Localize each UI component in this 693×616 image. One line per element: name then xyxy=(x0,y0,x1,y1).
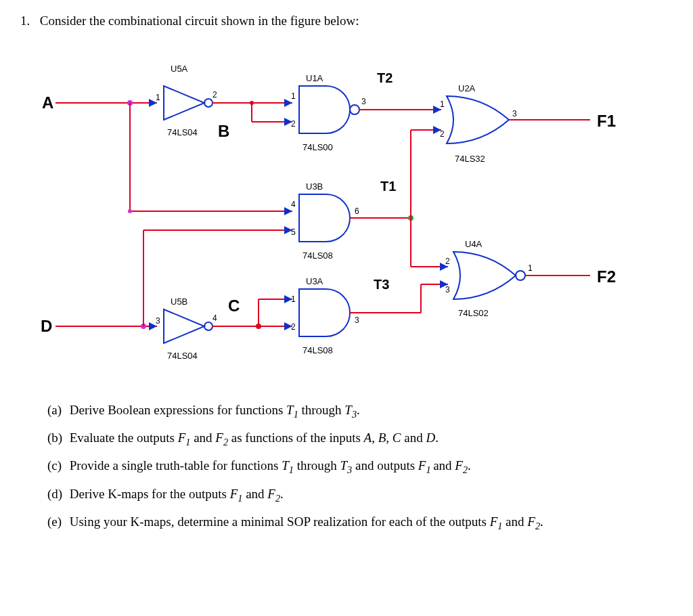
svg-text:74LS08: 74LS08 xyxy=(303,345,333,355)
svg-text:5: 5 xyxy=(291,227,296,237)
input-A-label: A xyxy=(42,93,53,112)
sub-questions: (a) Derive Boolean expressions for funct… xyxy=(47,401,673,533)
svg-text:1: 1 xyxy=(291,91,296,101)
svg-text:3: 3 xyxy=(361,97,366,106)
svg-text:1: 1 xyxy=(440,100,445,109)
signal-T1-label: T1 xyxy=(380,179,396,194)
svg-text:2: 2 xyxy=(291,322,296,332)
svg-point-10 xyxy=(128,209,132,213)
svg-text:74LS02: 74LS02 xyxy=(458,308,489,318)
svg-text:6: 6 xyxy=(355,206,359,216)
svg-text:74LS04: 74LS04 xyxy=(167,351,198,361)
svg-text:3: 3 xyxy=(355,315,359,325)
part-a: (a) Derive Boolean expressions for funct… xyxy=(47,401,673,422)
output-F2-label: F2 xyxy=(597,267,616,286)
svg-text:74LS32: 74LS32 xyxy=(455,154,485,164)
part-e: (e) Using your K-maps, determine a minim… xyxy=(47,512,673,533)
signal-B-label: B xyxy=(218,122,229,140)
gate-U5B: U5B 74LS04 3 4 xyxy=(156,296,217,361)
svg-text:U2A: U2A xyxy=(458,83,476,93)
output-F1-label: F1 xyxy=(597,112,616,130)
svg-text:74LS00: 74LS00 xyxy=(303,142,333,152)
question-text: Consider the combinational circuit shown… xyxy=(40,14,359,28)
question-intro: 1. Consider the combinational circuit sh… xyxy=(20,14,673,28)
svg-text:U4A: U4A xyxy=(465,239,483,249)
svg-point-19 xyxy=(250,101,254,105)
svg-point-11 xyxy=(350,105,359,114)
signal-C-label: C xyxy=(228,296,240,315)
svg-text:3: 3 xyxy=(445,285,450,294)
svg-text:1: 1 xyxy=(528,263,533,273)
svg-text:U3A: U3A xyxy=(306,276,323,286)
svg-text:U5B: U5B xyxy=(171,296,187,307)
svg-text:2: 2 xyxy=(213,90,217,100)
svg-text:74LS08: 74LS08 xyxy=(303,250,333,261)
svg-text:3: 3 xyxy=(512,109,517,118)
svg-text:74LS04: 74LS04 xyxy=(167,127,198,137)
gate-U2A: U2A 74LS32 1 2 3 xyxy=(440,83,517,164)
gate-U1A: U1A 74LS00 1 2 3 xyxy=(291,73,366,152)
part-c: (c) Provide a single truth-table for fun… xyxy=(47,456,673,477)
svg-text:U1A: U1A xyxy=(306,73,323,83)
gate-U4A: U4A 74LS02 2 3 1 xyxy=(445,239,533,318)
svg-text:3: 3 xyxy=(156,316,160,326)
gate-U5A: U5A 74LS04 1 2 xyxy=(156,64,217,137)
part-d: (d) Derive K-maps for the outputs F1 and… xyxy=(47,485,673,506)
question-number: 1. xyxy=(20,14,37,28)
circuit-diagram: A U5A 74LS04 1 2 B U1A 74LS00 1 2 3 T2 U… xyxy=(35,49,658,374)
svg-point-60 xyxy=(516,271,525,280)
gate-U3B: U3B 74LS08 4 5 6 xyxy=(291,181,359,261)
input-D-label: D xyxy=(41,317,52,335)
signal-T3-label: T3 xyxy=(374,277,389,292)
svg-text:4: 4 xyxy=(213,313,217,323)
signal-T2-label: T2 xyxy=(377,70,393,85)
svg-text:4: 4 xyxy=(291,200,296,209)
svg-text:2: 2 xyxy=(291,119,296,129)
svg-text:2: 2 xyxy=(440,129,445,139)
svg-text:2: 2 xyxy=(445,257,450,266)
svg-text:U5A: U5A xyxy=(171,64,188,74)
gate-U3A: U3A 74LS08 1 2 3 xyxy=(291,276,359,355)
part-b: (b) Evaluate the outputs F1 and F2 as fu… xyxy=(47,428,673,449)
svg-text:U3B: U3B xyxy=(306,181,323,192)
svg-text:1: 1 xyxy=(156,93,160,102)
